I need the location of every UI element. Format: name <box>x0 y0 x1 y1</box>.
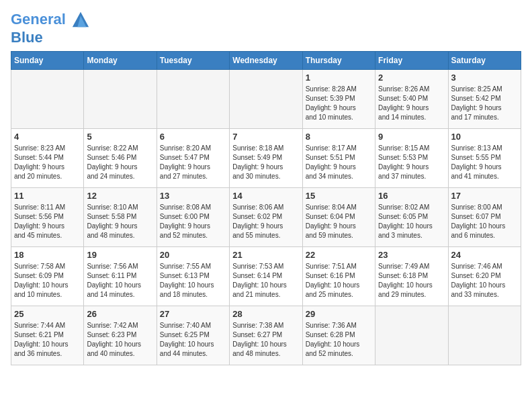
week-row-1: 4Sunrise: 8:23 AMSunset: 5:44 PMDaylight… <box>11 129 521 188</box>
day-cell: 13Sunrise: 8:08 AMSunset: 6:00 PMDayligh… <box>157 188 229 247</box>
day-cell: 17Sunrise: 8:00 AMSunset: 6:07 PMDayligh… <box>448 188 521 247</box>
day-info: Sunrise: 8:08 AMSunset: 6:00 PMDaylight:… <box>160 203 226 240</box>
day-cell: 6Sunrise: 8:20 AMSunset: 5:47 PMDaylight… <box>157 129 229 188</box>
day-info: Sunrise: 7:42 AMSunset: 6:23 PMDaylight:… <box>87 321 153 359</box>
day-cell: 3Sunrise: 8:25 AMSunset: 5:42 PMDaylight… <box>448 70 521 129</box>
day-cell <box>448 306 521 365</box>
day-info: Sunrise: 7:55 AMSunset: 6:13 PMDaylight:… <box>160 262 226 300</box>
day-cell: 24Sunrise: 7:46 AMSunset: 6:20 PMDayligh… <box>448 247 521 306</box>
day-info: Sunrise: 8:02 AMSunset: 6:05 PMDaylight:… <box>378 203 445 240</box>
day-info: Sunrise: 8:28 AMSunset: 5:39 PMDaylight:… <box>306 85 372 122</box>
day-info: Sunrise: 7:49 AMSunset: 6:18 PMDaylight:… <box>378 262 445 300</box>
day-cell: 8Sunrise: 8:17 AMSunset: 5:51 PMDaylight… <box>302 129 375 188</box>
week-row-3: 18Sunrise: 7:58 AMSunset: 6:09 PMDayligh… <box>11 247 521 306</box>
day-number: 22 <box>306 250 372 260</box>
day-cell <box>84 70 157 129</box>
calendar-body: 1Sunrise: 8:28 AMSunset: 5:39 PMDaylight… <box>11 70 521 365</box>
day-info: Sunrise: 7:53 AMSunset: 6:14 PMDaylight:… <box>232 262 299 300</box>
day-number: 28 <box>232 309 299 319</box>
day-cell: 1Sunrise: 8:28 AMSunset: 5:39 PMDaylight… <box>302 70 375 129</box>
logo: General Blue <box>11 11 90 46</box>
day-number: 23 <box>378 250 445 260</box>
day-info: Sunrise: 7:46 AMSunset: 6:20 PMDaylight:… <box>451 262 518 300</box>
day-cell: 19Sunrise: 7:56 AMSunset: 6:11 PMDayligh… <box>84 247 157 306</box>
day-number: 24 <box>451 250 518 260</box>
day-number: 11 <box>14 191 81 201</box>
day-info: Sunrise: 7:38 AMSunset: 6:27 PMDaylight:… <box>232 321 299 359</box>
day-number: 4 <box>14 132 81 142</box>
day-cell: 29Sunrise: 7:36 AMSunset: 6:28 PMDayligh… <box>302 306 375 365</box>
weekday-header-sunday: Sunday <box>11 52 84 70</box>
weekday-header-tuesday: Tuesday <box>157 52 229 70</box>
day-cell: 26Sunrise: 7:42 AMSunset: 6:23 PMDayligh… <box>84 306 157 365</box>
day-cell: 21Sunrise: 7:53 AMSunset: 6:14 PMDayligh… <box>230 247 302 306</box>
day-cell: 14Sunrise: 8:06 AMSunset: 6:02 PMDayligh… <box>230 188 302 247</box>
day-info: Sunrise: 7:56 AMSunset: 6:11 PMDaylight:… <box>87 262 153 300</box>
weekday-header-wednesday: Wednesday <box>230 52 302 70</box>
day-cell <box>375 306 448 365</box>
day-number: 27 <box>160 309 226 319</box>
day-number: 9 <box>378 132 445 142</box>
day-cell: 11Sunrise: 8:11 AMSunset: 5:56 PMDayligh… <box>11 188 84 247</box>
day-cell: 5Sunrise: 8:22 AMSunset: 5:46 PMDaylight… <box>84 129 157 188</box>
day-number: 5 <box>87 132 153 142</box>
day-info: Sunrise: 8:15 AMSunset: 5:53 PMDaylight:… <box>378 144 445 181</box>
day-number: 25 <box>14 309 81 319</box>
week-row-0: 1Sunrise: 8:28 AMSunset: 5:39 PMDaylight… <box>11 70 521 129</box>
day-number: 2 <box>378 73 445 83</box>
day-number: 16 <box>378 191 445 201</box>
day-cell: 7Sunrise: 8:18 AMSunset: 5:49 PMDaylight… <box>230 129 302 188</box>
day-number: 14 <box>232 191 299 201</box>
weekday-header-thursday: Thursday <box>302 52 375 70</box>
day-info: Sunrise: 8:22 AMSunset: 5:46 PMDaylight:… <box>87 144 153 181</box>
day-info: Sunrise: 8:00 AMSunset: 6:07 PMDaylight:… <box>451 203 518 240</box>
day-number: 26 <box>87 309 153 319</box>
day-info: Sunrise: 8:20 AMSunset: 5:47 PMDaylight:… <box>160 144 226 181</box>
page-header: General Blue <box>11 11 521 46</box>
day-number: 18 <box>14 250 81 260</box>
day-info: Sunrise: 8:23 AMSunset: 5:44 PMDaylight:… <box>14 144 81 181</box>
day-number: 6 <box>160 132 226 142</box>
day-cell: 18Sunrise: 7:58 AMSunset: 6:09 PMDayligh… <box>11 247 84 306</box>
day-cell <box>11 70 84 129</box>
day-cell: 23Sunrise: 7:49 AMSunset: 6:18 PMDayligh… <box>375 247 448 306</box>
day-number: 1 <box>306 73 372 83</box>
day-cell: 4Sunrise: 8:23 AMSunset: 5:44 PMDaylight… <box>11 129 84 188</box>
week-row-4: 25Sunrise: 7:44 AMSunset: 6:21 PMDayligh… <box>11 306 521 365</box>
day-number: 12 <box>87 191 153 201</box>
day-info: Sunrise: 8:04 AMSunset: 6:04 PMDaylight:… <box>306 203 372 240</box>
day-info: Sunrise: 7:51 AMSunset: 6:16 PMDaylight:… <box>306 262 372 300</box>
day-cell: 28Sunrise: 7:38 AMSunset: 6:27 PMDayligh… <box>230 306 302 365</box>
day-info: Sunrise: 8:25 AMSunset: 5:42 PMDaylight:… <box>451 85 518 122</box>
day-info: Sunrise: 8:17 AMSunset: 5:51 PMDaylight:… <box>306 144 372 181</box>
day-cell: 20Sunrise: 7:55 AMSunset: 6:13 PMDayligh… <box>157 247 229 306</box>
day-number: 3 <box>451 73 518 83</box>
week-row-2: 11Sunrise: 8:11 AMSunset: 5:56 PMDayligh… <box>11 188 521 247</box>
day-info: Sunrise: 7:58 AMSunset: 6:09 PMDaylight:… <box>14 262 81 300</box>
day-cell: 12Sunrise: 8:10 AMSunset: 5:58 PMDayligh… <box>84 188 157 247</box>
day-info: Sunrise: 7:44 AMSunset: 6:21 PMDaylight:… <box>14 321 81 359</box>
day-info: Sunrise: 8:10 AMSunset: 5:58 PMDaylight:… <box>87 203 153 240</box>
calendar-header: SundayMondayTuesdayWednesdayThursdayFrid… <box>11 52 521 70</box>
day-info: Sunrise: 7:40 AMSunset: 6:25 PMDaylight:… <box>160 321 226 359</box>
day-cell <box>230 70 302 129</box>
day-cell: 2Sunrise: 8:26 AMSunset: 5:40 PMDaylight… <box>375 70 448 129</box>
calendar-table: SundayMondayTuesdayWednesdayThursdayFrid… <box>11 51 521 365</box>
day-cell: 9Sunrise: 8:15 AMSunset: 5:53 PMDaylight… <box>375 129 448 188</box>
day-cell: 16Sunrise: 8:02 AMSunset: 6:05 PMDayligh… <box>375 188 448 247</box>
day-number: 15 <box>306 191 372 201</box>
day-number: 8 <box>306 132 372 142</box>
day-info: Sunrise: 8:26 AMSunset: 5:40 PMDaylight:… <box>378 85 445 122</box>
day-cell: 15Sunrise: 8:04 AMSunset: 6:04 PMDayligh… <box>302 188 375 247</box>
day-number: 20 <box>160 250 226 260</box>
day-cell: 27Sunrise: 7:40 AMSunset: 6:25 PMDayligh… <box>157 306 229 365</box>
day-number: 17 <box>451 191 518 201</box>
day-cell <box>157 70 229 129</box>
weekday-header-monday: Monday <box>84 52 157 70</box>
day-number: 19 <box>87 250 153 260</box>
day-cell: 25Sunrise: 7:44 AMSunset: 6:21 PMDayligh… <box>11 306 84 365</box>
day-number: 7 <box>232 132 299 142</box>
weekday-header-saturday: Saturday <box>448 52 521 70</box>
day-info: Sunrise: 8:11 AMSunset: 5:56 PMDaylight:… <box>14 203 81 240</box>
day-info: Sunrise: 8:06 AMSunset: 6:02 PMDaylight:… <box>232 203 299 240</box>
